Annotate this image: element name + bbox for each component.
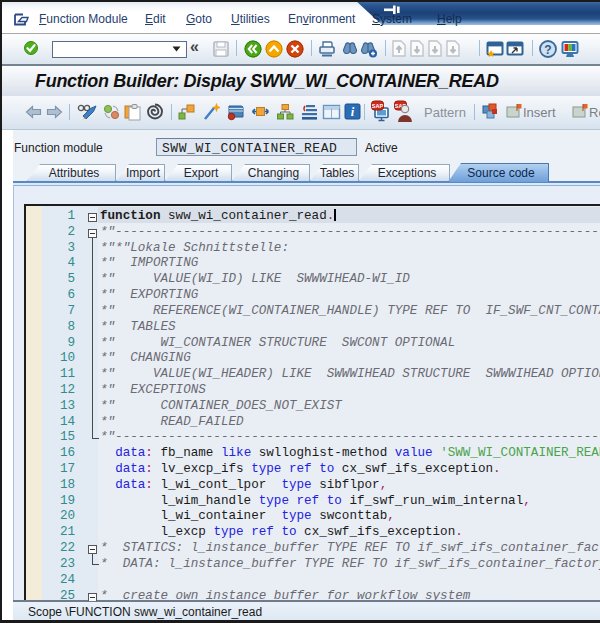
svg-text:?: ? (544, 43, 551, 57)
svg-text:i: i (351, 105, 355, 119)
svg-text:SAP: SAP (372, 103, 384, 109)
